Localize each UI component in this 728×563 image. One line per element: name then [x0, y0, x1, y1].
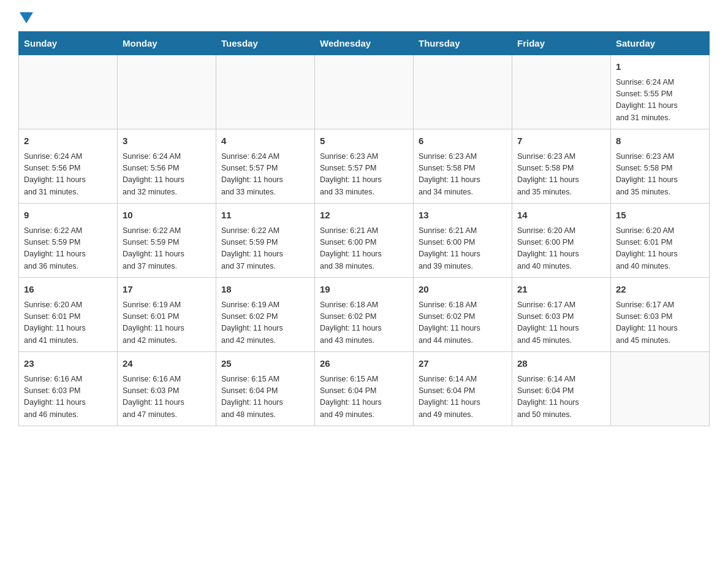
day-info: Sunrise: 6:21 AM Sunset: 6:00 PM Dayligh… — [419, 225, 507, 273]
day-number: 24 — [123, 357, 211, 371]
calendar-cell: 22Sunrise: 6:17 AM Sunset: 6:03 PM Dayli… — [611, 278, 710, 352]
day-info: Sunrise: 6:15 AM Sunset: 6:04 PM Dayligh… — [221, 373, 309, 421]
svg-marker-0 — [20, 12, 33, 23]
day-number: 7 — [517, 134, 605, 148]
day-info: Sunrise: 6:18 AM Sunset: 6:02 PM Dayligh… — [419, 299, 507, 347]
calendar-cell: 27Sunrise: 6:14 AM Sunset: 6:04 PM Dayli… — [414, 352, 512, 426]
day-number: 13 — [419, 209, 507, 223]
day-info: Sunrise: 6:23 AM Sunset: 5:58 PM Dayligh… — [517, 151, 605, 199]
calendar-cell: 3Sunrise: 6:24 AM Sunset: 5:56 PM Daylig… — [118, 129, 216, 204]
calendar-cell: 23Sunrise: 6:16 AM Sunset: 6:03 PM Dayli… — [19, 352, 118, 426]
calendar-cell: 18Sunrise: 6:19 AM Sunset: 6:02 PM Dayli… — [216, 278, 315, 352]
day-info: Sunrise: 6:22 AM Sunset: 5:59 PM Dayligh… — [221, 225, 309, 273]
day-number: 20 — [419, 283, 507, 297]
day-number: 3 — [123, 134, 211, 148]
calendar-header-row: SundayMondayTuesdayWednesdayThursdayFrid… — [19, 32, 710, 55]
day-number: 18 — [221, 283, 309, 297]
day-info: Sunrise: 6:20 AM Sunset: 6:01 PM Dayligh… — [616, 225, 704, 273]
calendar-cell: 19Sunrise: 6:18 AM Sunset: 6:02 PM Dayli… — [315, 278, 414, 352]
day-number: 8 — [616, 134, 704, 148]
calendar-cell: 4Sunrise: 6:24 AM Sunset: 5:57 PM Daylig… — [216, 129, 315, 204]
day-number: 12 — [320, 209, 408, 223]
day-number: 26 — [320, 357, 408, 371]
calendar-cell: 11Sunrise: 6:22 AM Sunset: 5:59 PM Dayli… — [216, 204, 315, 278]
calendar-cell: 10Sunrise: 6:22 AM Sunset: 5:59 PM Dayli… — [118, 204, 216, 278]
calendar-cell — [315, 55, 414, 129]
calendar-cell: 5Sunrise: 6:23 AM Sunset: 5:57 PM Daylig… — [315, 129, 414, 204]
day-info: Sunrise: 6:23 AM Sunset: 5:58 PM Dayligh… — [616, 151, 704, 199]
calendar-cell: 12Sunrise: 6:21 AM Sunset: 6:00 PM Dayli… — [315, 204, 414, 278]
weekday-header-thursday: Thursday — [414, 32, 512, 55]
day-number: 5 — [320, 134, 408, 148]
day-number: 15 — [616, 209, 704, 223]
calendar-cell: 2Sunrise: 6:24 AM Sunset: 5:56 PM Daylig… — [19, 129, 118, 204]
day-number: 17 — [123, 283, 211, 297]
calendar-week-row: 2Sunrise: 6:24 AM Sunset: 5:56 PM Daylig… — [19, 129, 710, 204]
calendar-cell: 24Sunrise: 6:16 AM Sunset: 6:03 PM Dayli… — [118, 352, 216, 426]
day-number: 22 — [616, 283, 704, 297]
calendar-cell: 6Sunrise: 6:23 AM Sunset: 5:58 PM Daylig… — [414, 129, 512, 204]
weekday-header-tuesday: Tuesday — [216, 32, 315, 55]
weekday-header-monday: Monday — [118, 32, 216, 55]
day-info: Sunrise: 6:16 AM Sunset: 6:03 PM Dayligh… — [123, 373, 211, 421]
weekday-header-friday: Friday — [512, 32, 611, 55]
calendar-cell: 20Sunrise: 6:18 AM Sunset: 6:02 PM Dayli… — [414, 278, 512, 352]
calendar-cell: 9Sunrise: 6:22 AM Sunset: 5:59 PM Daylig… — [19, 204, 118, 278]
day-info: Sunrise: 6:20 AM Sunset: 6:01 PM Dayligh… — [24, 299, 112, 347]
day-info: Sunrise: 6:24 AM Sunset: 5:55 PM Dayligh… — [616, 77, 704, 124]
day-number: 27 — [419, 357, 507, 371]
day-info: Sunrise: 6:19 AM Sunset: 6:02 PM Dayligh… — [221, 299, 309, 347]
day-info: Sunrise: 6:18 AM Sunset: 6:02 PM Dayligh… — [320, 299, 408, 347]
calendar-cell — [414, 55, 512, 129]
page-header — [18, 12, 710, 25]
calendar-cell: 26Sunrise: 6:15 AM Sunset: 6:04 PM Dayli… — [315, 352, 414, 426]
day-info: Sunrise: 6:23 AM Sunset: 5:57 PM Dayligh… — [320, 151, 408, 199]
calendar-table: SundayMondayTuesdayWednesdayThursdayFrid… — [18, 31, 710, 426]
day-info: Sunrise: 6:24 AM Sunset: 5:56 PM Dayligh… — [123, 151, 211, 199]
day-number: 14 — [517, 209, 605, 223]
calendar-cell — [512, 55, 611, 129]
day-info: Sunrise: 6:23 AM Sunset: 5:58 PM Dayligh… — [419, 151, 507, 199]
day-info: Sunrise: 6:14 AM Sunset: 6:04 PM Dayligh… — [419, 373, 507, 421]
logo-arrow-icon — [20, 12, 33, 25]
day-number: 4 — [221, 134, 309, 148]
day-info: Sunrise: 6:15 AM Sunset: 6:04 PM Dayligh… — [320, 373, 408, 421]
day-number: 2 — [24, 134, 112, 148]
calendar-week-row: 9Sunrise: 6:22 AM Sunset: 5:59 PM Daylig… — [19, 204, 710, 278]
calendar-cell: 16Sunrise: 6:20 AM Sunset: 6:01 PM Dayli… — [19, 278, 118, 352]
calendar-cell: 15Sunrise: 6:20 AM Sunset: 6:01 PM Dayli… — [611, 204, 710, 278]
day-number: 21 — [517, 283, 605, 297]
day-info: Sunrise: 6:16 AM Sunset: 6:03 PM Dayligh… — [24, 373, 112, 421]
calendar-cell: 25Sunrise: 6:15 AM Sunset: 6:04 PM Dayli… — [216, 352, 315, 426]
weekday-header-sunday: Sunday — [19, 32, 118, 55]
calendar-cell: 14Sunrise: 6:20 AM Sunset: 6:00 PM Dayli… — [512, 204, 611, 278]
calendar-cell: 17Sunrise: 6:19 AM Sunset: 6:01 PM Dayli… — [118, 278, 216, 352]
day-info: Sunrise: 6:14 AM Sunset: 6:04 PM Dayligh… — [517, 373, 605, 421]
day-number: 6 — [419, 134, 507, 148]
day-info: Sunrise: 6:17 AM Sunset: 6:03 PM Dayligh… — [517, 299, 605, 347]
day-info: Sunrise: 6:17 AM Sunset: 6:03 PM Dayligh… — [616, 299, 704, 347]
day-info: Sunrise: 6:22 AM Sunset: 5:59 PM Dayligh… — [24, 225, 112, 273]
day-number: 1 — [616, 60, 704, 74]
calendar-cell: 7Sunrise: 6:23 AM Sunset: 5:58 PM Daylig… — [512, 129, 611, 204]
calendar-cell: 8Sunrise: 6:23 AM Sunset: 5:58 PM Daylig… — [611, 129, 710, 204]
weekday-header-saturday: Saturday — [611, 32, 710, 55]
day-number: 16 — [24, 283, 112, 297]
calendar-week-row: 1Sunrise: 6:24 AM Sunset: 5:55 PM Daylig… — [19, 55, 710, 129]
day-number: 19 — [320, 283, 408, 297]
calendar-cell — [19, 55, 118, 129]
calendar-cell: 21Sunrise: 6:17 AM Sunset: 6:03 PM Dayli… — [512, 278, 611, 352]
calendar-cell: 28Sunrise: 6:14 AM Sunset: 6:04 PM Dayli… — [512, 352, 611, 426]
day-info: Sunrise: 6:24 AM Sunset: 5:57 PM Dayligh… — [221, 151, 309, 199]
day-number: 9 — [24, 209, 112, 223]
day-info: Sunrise: 6:24 AM Sunset: 5:56 PM Dayligh… — [24, 151, 112, 199]
calendar-cell — [611, 352, 710, 426]
day-number: 10 — [123, 209, 211, 223]
weekday-header-wednesday: Wednesday — [315, 32, 414, 55]
day-info: Sunrise: 6:19 AM Sunset: 6:01 PM Dayligh… — [123, 299, 211, 347]
calendar-cell: 13Sunrise: 6:21 AM Sunset: 6:00 PM Dayli… — [414, 204, 512, 278]
calendar-cell — [118, 55, 216, 129]
day-info: Sunrise: 6:21 AM Sunset: 6:00 PM Dayligh… — [320, 225, 408, 273]
calendar-cell — [216, 55, 315, 129]
logo — [18, 12, 33, 25]
